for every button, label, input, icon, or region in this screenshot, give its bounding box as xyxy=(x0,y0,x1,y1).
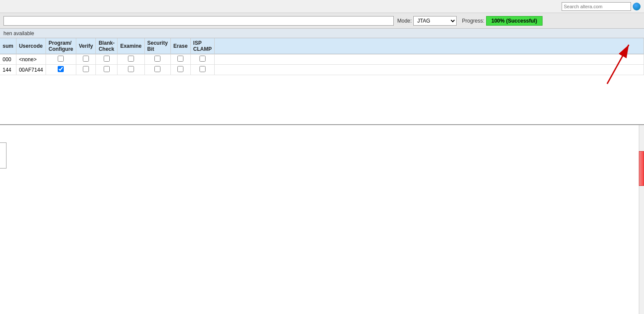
checkbox-security-1[interactable] xyxy=(154,56,160,62)
col-usercode: Usercode xyxy=(16,38,46,54)
cell-verify-2[interactable] xyxy=(76,65,96,75)
cell-blank-2[interactable] xyxy=(96,65,118,75)
checkbox-program-2[interactable] xyxy=(58,66,64,72)
progress-label: Progress: xyxy=(462,18,484,24)
scrollbar-thumb[interactable] xyxy=(639,151,644,186)
status-bar: hen available xyxy=(0,29,644,38)
cell-program-2[interactable] xyxy=(46,65,76,75)
checkbox-isp-2[interactable] xyxy=(199,66,206,72)
col-examine: Examine xyxy=(118,38,144,54)
cell-security-2[interactable] xyxy=(144,65,170,75)
table-row: 144 00AF7144 xyxy=(0,65,644,75)
col-erase: Erase xyxy=(170,38,190,54)
cell-extra-1 xyxy=(215,54,644,65)
programmer-table: sum Usercode Program/Configure Verify Bl… xyxy=(0,38,644,75)
globe-icon xyxy=(633,3,641,10)
checkbox-isp-1[interactable] xyxy=(199,56,206,62)
checkbox-examine-1[interactable] xyxy=(128,56,134,62)
file-input-area[interactable] xyxy=(3,16,394,26)
cell-checksum-2: 144 xyxy=(0,65,16,75)
checkbox-erase-1[interactable] xyxy=(177,56,183,62)
small-panel xyxy=(0,142,7,169)
checkbox-verify-1[interactable] xyxy=(83,56,89,62)
status-message: hen available xyxy=(3,30,34,36)
checkbox-program-1[interactable] xyxy=(58,56,64,62)
log-scrollbar[interactable] xyxy=(639,125,644,314)
checkbox-erase-2[interactable] xyxy=(177,66,183,72)
main-content: sum Usercode Program/Configure Verify Bl… xyxy=(0,38,644,314)
col-extra xyxy=(215,38,644,54)
col-verify: Verify xyxy=(76,38,96,54)
search-input[interactable] xyxy=(562,2,631,11)
checkbox-blank-2[interactable] xyxy=(104,66,110,72)
table-row: 000 <none> xyxy=(0,54,644,65)
col-security-bit: SecurityBit xyxy=(144,38,170,54)
checkbox-verify-2[interactable] xyxy=(83,66,89,72)
table-area: sum Usercode Program/Configure Verify Bl… xyxy=(0,38,644,125)
cell-erase-1[interactable] xyxy=(170,54,190,65)
table-header-row: sum Usercode Program/Configure Verify Bl… xyxy=(0,38,644,54)
cell-isp-1[interactable] xyxy=(190,54,215,65)
cell-examine-1[interactable] xyxy=(118,54,144,65)
checkbox-blank-1[interactable] xyxy=(104,56,110,62)
checkbox-security-2[interactable] xyxy=(154,66,160,72)
cell-isp-2[interactable] xyxy=(190,65,215,75)
cell-erase-2[interactable] xyxy=(170,65,190,75)
col-isp-clamp: ISPCLAMP xyxy=(190,38,215,54)
col-blank-check: Blank-Check xyxy=(96,38,118,54)
mode-label: Mode: xyxy=(397,18,412,24)
progress-button[interactable]: 100% (Successful) xyxy=(486,16,543,26)
cell-usercode-2: 00AF7144 xyxy=(16,65,46,75)
cell-security-1[interactable] xyxy=(144,54,170,65)
cell-program-1[interactable] xyxy=(46,54,76,65)
top-bar xyxy=(0,0,644,13)
mode-bar: Mode: JTAG AS PS Progress: 100% (Success… xyxy=(0,13,644,29)
cell-checksum-1: 000 xyxy=(0,54,16,65)
cell-usercode-1: <none> xyxy=(16,54,46,65)
checkbox-examine-2[interactable] xyxy=(128,66,134,72)
col-program-configure: Program/Configure xyxy=(46,38,76,54)
log-area xyxy=(0,125,644,314)
col-checksum: sum xyxy=(0,38,16,54)
cell-examine-2[interactable] xyxy=(118,65,144,75)
cell-verify-1[interactable] xyxy=(76,54,96,65)
cell-extra-2 xyxy=(215,65,644,75)
mode-select[interactable]: JTAG AS PS xyxy=(413,16,457,26)
cell-blank-1[interactable] xyxy=(96,54,118,65)
